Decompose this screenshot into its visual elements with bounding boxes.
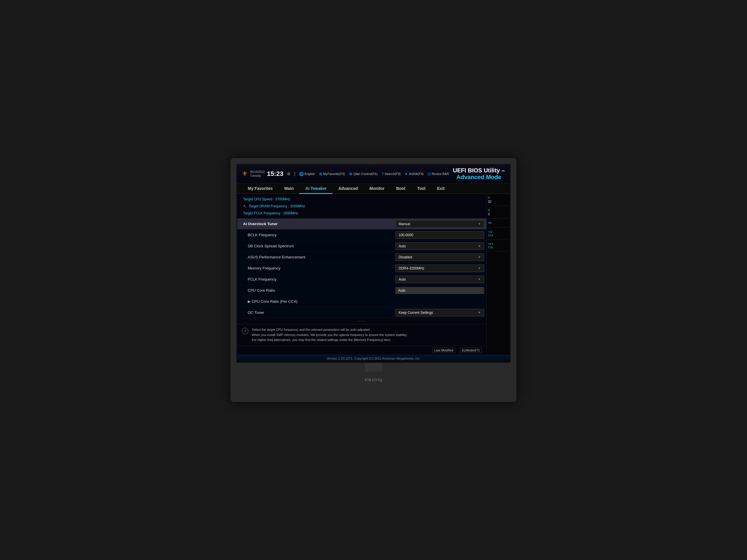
settings-table: Ai Overclock Tuner Manual ▼ BCLK Frequen…	[237, 218, 486, 318]
dropdown-sb-clock[interactable]: Auto ▼	[395, 242, 484, 250]
favorites-icon: ⊞	[319, 172, 323, 176]
monitor-outer: ⚜ 06/14/2022 Tuesday 15:23 ⚙ |	[231, 158, 516, 402]
setting-label-cpu-per-ccx[interactable]: CPU Core Ratio (Per CCX)	[237, 297, 393, 305]
setting-label-fclk: FCLK Frequency	[237, 275, 393, 283]
aura-tool[interactable]: ✦ AURA(F4)	[405, 172, 424, 176]
sidebar-value-12v: 12.0	[488, 234, 509, 237]
search-label: Search(F9)	[385, 172, 401, 176]
table-row: SB Clock Spread Spectrum Auto ▼	[237, 241, 486, 252]
nav-my-favorites[interactable]: My Favorites	[242, 184, 279, 194]
time-display: 15:23	[267, 170, 283, 178]
setting-value-sb-clock[interactable]: Auto ▼	[393, 241, 486, 251]
dropdown-memory-freq[interactable]: DDR4-3200MHz ▼	[395, 265, 484, 272]
language-label: English	[305, 172, 315, 176]
bios-main: Target CPU Speed : 3700MHz ↖ Target DRAM…	[237, 194, 510, 355]
setting-label-memory-freq: Memory Frequency	[237, 264, 393, 272]
header-tools: 🌐 English ⊞ MyFavorite(F3) ♻ Qfan Contro…	[299, 172, 449, 176]
dropdown-arrow-icon: ▼	[478, 267, 481, 270]
qfan-tool[interactable]: ♻ Qfan Control(F6)	[349, 172, 378, 176]
sidebar-value-1: 32	[488, 200, 509, 203]
version-bar: Version 2.20.1271. Copyright (C) 2021 Am…	[237, 355, 510, 362]
setting-value-oc-tuner[interactable]: Keep Current Settings ▼	[393, 308, 486, 318]
nav-bar: My Favorites Main Ai Tweaker Advanced Mo…	[237, 184, 510, 194]
target-dram-freq: ↖ Target DRAM Frequency : 3200MHz	[243, 203, 481, 210]
target-info: Target CPU Speed : 3700MHz ↖ Target DRAM…	[237, 194, 486, 218]
nav-exit[interactable]: Exit	[431, 184, 450, 194]
sidebar-section-1: Fr 32	[488, 196, 509, 206]
date-display: 06/14/2022	[250, 170, 265, 174]
bclk-input[interactable]: 100.0000	[395, 231, 484, 239]
scroll-hint: ─ ─ ─	[237, 318, 486, 324]
right-sidebar: Fr 32 R 3 Vol +12 12.0 +3.3	[486, 194, 510, 355]
nav-ai-tweaker[interactable]: Ai Tweaker	[300, 184, 332, 194]
setting-label-asus-perf: ASUS Performance Enhancement	[237, 253, 393, 261]
day-display: Tuesday	[250, 174, 261, 177]
target-fclk-freq: Target FCLK Frequency : 1600MHz	[243, 210, 481, 216]
qfan-icon: ♻	[349, 172, 353, 176]
dropdown-asus-perf[interactable]: Disabled ▼	[395, 254, 484, 261]
table-row: OC Tuner Keep Current Settings ▼	[237, 307, 486, 318]
dropdown-text: Manual	[398, 222, 410, 226]
setting-value-ai-overclock[interactable]: Manual ▼	[393, 219, 486, 229]
sidebar-section-4: +12 12.0	[488, 231, 509, 239]
table-row[interactable]: CPU Core Ratio (Per CCX)	[237, 296, 486, 307]
sidebar-section-2: R 3	[488, 209, 509, 218]
dropdown-text: Disabled	[398, 255, 412, 259]
dropdown-arrow-icon: ▼	[478, 278, 481, 281]
setting-label-cpu-core-ratio: CPU Core Ratio	[237, 287, 393, 294]
info-icon: i	[242, 328, 248, 334]
resizebar-label: Resize BAR	[432, 172, 449, 176]
version-text: Version 2.20.1271. Copyright (C) 2021 Am…	[327, 357, 420, 360]
dropdown-text: Auto	[398, 277, 406, 282]
cpu-core-ratio-value: Auto	[395, 287, 484, 294]
setting-value-asus-perf[interactable]: Disabled ▼	[393, 252, 486, 262]
info-text: Select the target CPU frequency, and the…	[252, 327, 482, 343]
myfavorite-tool[interactable]: ⊞ MyFavorite(F3)	[319, 172, 345, 176]
bios-title: UEFI BIOS Utility – Advanced Mode	[453, 167, 505, 180]
setting-value-cpu-per-ccx	[393, 300, 486, 303]
setting-value-memory-freq[interactable]: DDR4-3200MHz ▼	[393, 263, 486, 273]
sidebar-section-5: +3.3 3.31	[488, 242, 509, 251]
aura-label: AURA(F4)	[409, 172, 424, 176]
nav-boot[interactable]: Boot	[390, 184, 411, 194]
setting-label-bclk: BCLK Frequency	[237, 231, 393, 239]
nav-advanced[interactable]: Advanced	[332, 184, 364, 194]
dropdown-fclk[interactable]: Auto ▼	[395, 276, 484, 283]
dropdown-arrow-icon: ▼	[478, 311, 481, 314]
table-row: ASUS Performance Enhancement Disabled ▼	[237, 252, 486, 263]
setting-label-oc-tuner: OC Tuner	[237, 309, 393, 317]
language-tool[interactable]: 🌐 English	[299, 172, 315, 176]
sidebar-label-12v: +12	[488, 231, 509, 233]
nav-tool[interactable]: Tool	[411, 184, 432, 194]
dropdown-ai-overclock[interactable]: Manual ▼	[395, 220, 484, 228]
title-highlight: Advanced Mode	[456, 174, 501, 180]
search-tool[interactable]: ? Search(F9)	[382, 172, 401, 176]
nav-monitor[interactable]: Monitor	[364, 184, 390, 194]
resizebar-tool[interactable]: ⊡ Resize BAR	[428, 172, 449, 176]
nav-main[interactable]: Main	[279, 184, 300, 194]
last-modified-button[interactable]: Last Modified	[432, 348, 455, 353]
setting-value-bclk[interactable]: 100.0000	[393, 230, 486, 240]
table-row: Ai Overclock Tuner Manual ▼	[237, 218, 486, 230]
setting-label-ai-overclock: Ai Overclock Tuner	[237, 220, 393, 228]
dropdown-oc-tuner[interactable]: Keep Current Settings ▼	[395, 309, 484, 317]
bios-container: ⚜ 06/14/2022 Tuesday 15:23 ⚙ |	[237, 165, 510, 362]
ez-mode-button[interactable]: EzMode(F7)	[460, 348, 482, 353]
globe-icon: 🌐	[299, 172, 304, 176]
sidebar-section-3: Vol	[488, 221, 509, 228]
bios-header: ⚜ 06/14/2022 Tuesday 15:23 ⚙ |	[237, 165, 510, 184]
qfan-label: Qfan Control(F6)	[353, 172, 378, 176]
table-row: FCLK Frequency Auto ▼	[237, 274, 486, 285]
brand-label: electriq	[236, 375, 511, 384]
setting-value-cpu-core-ratio: Auto	[393, 286, 486, 295]
setting-value-fclk[interactable]: Auto ▼	[393, 274, 486, 284]
search-icon: ?	[382, 172, 384, 176]
dropdown-arrow-icon: ▼	[478, 256, 481, 259]
target-cpu-speed: Target CPU Speed : 3700MHz	[243, 196, 481, 202]
dropdown-text: DDR4-3200MHz	[398, 266, 424, 270]
table-row: Memory Frequency DDR4-3200MHz ▼	[237, 263, 486, 274]
asus-logo-icon: ⚜	[242, 170, 248, 178]
dropdown-arrow-icon: ▼	[478, 222, 481, 225]
monitor-stand	[236, 363, 511, 375]
sidebar-value-33v: 3.31	[488, 246, 509, 249]
